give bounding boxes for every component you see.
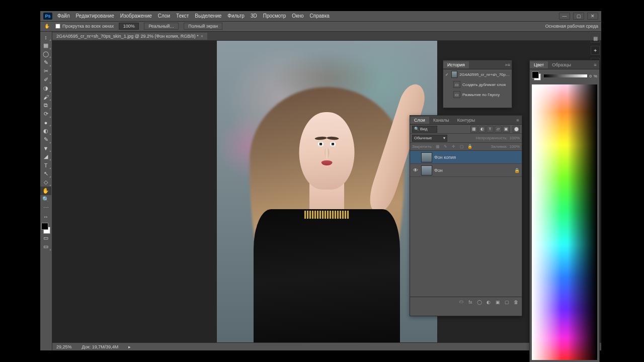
filter-smart-icon[interactable]: ▣ [503, 126, 510, 133]
panel-icon-2[interactable]: ✦ [591, 46, 600, 55]
marquee-tool[interactable]: ▦ [40, 41, 51, 50]
zoom-tool[interactable]: 🔍 [40, 195, 51, 204]
swap-colors-icon[interactable]: ↔ [40, 212, 51, 221]
menu-text[interactable]: Текст [176, 13, 189, 19]
scroll-all-windows-checkbox[interactable]: Прокрутка во всех окнах [55, 24, 114, 29]
path-selection-tool[interactable]: ↖ [40, 169, 51, 178]
filter-pixel-icon[interactable]: ▦ [470, 126, 477, 133]
filter-type-icon[interactable]: T [487, 126, 494, 133]
layer-mask-icon[interactable]: ◯ [475, 299, 484, 306]
close-document-icon[interactable]: × [201, 34, 203, 39]
shape-tool[interactable]: ◇ [40, 178, 51, 187]
delete-layer-icon[interactable]: 🗑 [512, 299, 520, 306]
menu-image[interactable]: Изображение [120, 13, 152, 19]
slider-value[interactable]: 0 [589, 74, 591, 78]
minimize-button[interactable]: — [559, 13, 570, 20]
layer-visibility-toggle[interactable]: 👁 [412, 167, 419, 174]
lock-artboard-icon[interactable]: ▢ [459, 144, 465, 150]
lock-pixels-icon[interactable]: ✎ [443, 144, 449, 150]
fg-color-swatch[interactable] [532, 71, 539, 78]
fill-value[interactable]: 100% [510, 144, 520, 149]
eraser-tool[interactable]: ● [40, 118, 51, 127]
menu-select[interactable]: Выделение [195, 13, 221, 19]
channels-tab[interactable]: Каналы [429, 117, 453, 124]
gradient-tool[interactable]: ◐ [40, 127, 51, 135]
swatches-tab[interactable]: Образцы [548, 61, 575, 68]
layer-name[interactable]: Фон [434, 168, 443, 173]
layer-filter-kind[interactable]: 🔍 Вид [412, 126, 437, 133]
layer-row[interactable]: Фон копия [410, 151, 522, 164]
color-panel-menu-icon[interactable]: ≡ [591, 62, 599, 67]
paths-tab[interactable]: Контуры [453, 117, 479, 124]
status-doc-info[interactable]: Док: 19,7M/39,4M [82, 344, 119, 349]
history-step[interactable]: ▭ Размытие по Гауссу [443, 89, 512, 100]
document-tab[interactable]: 2G4A0595_cr_nr+sh_70ps_skin_1.jpg @ 29.2… [52, 33, 207, 40]
pen-tool[interactable]: ◢ [40, 152, 51, 161]
filter-shape-icon[interactable]: ▱ [495, 126, 502, 133]
layer-row[interactable]: 👁 Фон 🔒 [410, 164, 522, 177]
crop-tool[interactable]: ✂ [40, 67, 51, 75]
dodge-tool[interactable]: ▼ [40, 144, 51, 152]
menu-window[interactable]: Окно [292, 13, 303, 19]
group-layers-icon[interactable]: ▣ [494, 299, 502, 306]
close-button[interactable]: ✕ [587, 13, 598, 20]
canvas[interactable] [217, 41, 437, 342]
new-layer-icon[interactable]: ▢ [503, 299, 511, 306]
layers-panel-menu-icon[interactable]: ≡ [514, 118, 522, 123]
blend-mode-dropdown[interactable]: Обычные▾ [412, 135, 447, 142]
foreground-color-swatch[interactable] [41, 223, 48, 230]
lock-all-icon[interactable]: 🔒 [467, 144, 473, 150]
layer-fx-icon[interactable]: fx [466, 299, 474, 306]
healing-brush-tool[interactable]: ◑ [40, 84, 51, 93]
fit-button[interactable]: Реальный… [144, 23, 179, 30]
history-brush-tool[interactable]: ⟳ [40, 110, 51, 118]
layer-name[interactable]: Фон копия [434, 155, 456, 160]
eyedropper-tool[interactable]: ✐ [40, 75, 51, 84]
lock-pos-icon[interactable]: ✛ [451, 144, 457, 150]
layer-visibility-toggle[interactable] [412, 154, 419, 161]
hand-tool[interactable]: ✋ [40, 187, 51, 195]
layers-tab[interactable]: Слои [410, 117, 429, 124]
menu-filter[interactable]: Фильтр [227, 13, 245, 19]
edit-toolbar-icon[interactable]: ⋯ [40, 204, 51, 212]
maximize-button[interactable]: ▢ [573, 13, 584, 20]
lasso-tool[interactable]: ◯ [40, 50, 51, 58]
color-swatches[interactable] [40, 223, 51, 234]
move-tool[interactable]: ↕ [40, 33, 51, 41]
color-tab[interactable]: Цвет [530, 61, 548, 68]
panel-icon-1[interactable]: ▦ [591, 34, 600, 43]
history-snapshot[interactable]: ✓ 2G4A0595_cr_nr+sh_70p… [443, 69, 512, 79]
zoom-value[interactable]: 100% [119, 23, 139, 30]
menu-edit[interactable]: Редактирование [76, 13, 114, 19]
adjustment-layer-icon[interactable]: ◐ [485, 299, 493, 306]
blur-tool[interactable]: ✎ [40, 135, 51, 144]
link-layers-icon[interactable]: ⬭ [457, 299, 465, 306]
filter-toggle-icon[interactable]: ⬤ [513, 126, 520, 133]
history-panel-menu-icon[interactable]: »≡ [504, 62, 512, 67]
brightness-slider[interactable] [544, 74, 587, 77]
color-spectrum[interactable] [532, 84, 597, 360]
menu-view[interactable]: Просмотр [263, 13, 286, 19]
menu-file[interactable]: Файл [57, 13, 70, 19]
menu-3d[interactable]: 3D [251, 13, 257, 19]
menu-layers[interactable]: Слои [158, 13, 170, 19]
fullscreen-button[interactable]: Полный экран [184, 23, 222, 30]
opacity-value[interactable]: 100% [510, 136, 520, 140]
history-step[interactable]: ▭ Создать дубликат слоя [443, 79, 512, 89]
layer-thumbnail[interactable] [421, 165, 432, 175]
screenmode-tool[interactable]: ▭ [40, 242, 51, 251]
clone-stamp-tool[interactable]: ⧉ [40, 101, 51, 110]
history-tab[interactable]: История [443, 61, 469, 68]
layer-thumbnail[interactable] [421, 152, 432, 162]
workspace-selector[interactable]: Основная рабочая среда [545, 24, 598, 29]
type-tool[interactable]: T [40, 161, 51, 169]
filter-adjustment-icon[interactable]: ◐ [478, 126, 486, 133]
status-arrow-icon[interactable]: ▸ [128, 344, 131, 349]
status-zoom[interactable]: 29,25% [56, 344, 72, 349]
brush-tool[interactable]: 🖌 [40, 93, 51, 101]
quickmask-tool[interactable]: ▭ [40, 234, 51, 242]
magic-wand-tool[interactable]: ✎ [40, 58, 51, 67]
lock-trans-icon[interactable]: ▦ [435, 144, 441, 150]
menu-help[interactable]: Справка [310, 13, 330, 19]
color-panel-swatches[interactable] [532, 71, 541, 80]
